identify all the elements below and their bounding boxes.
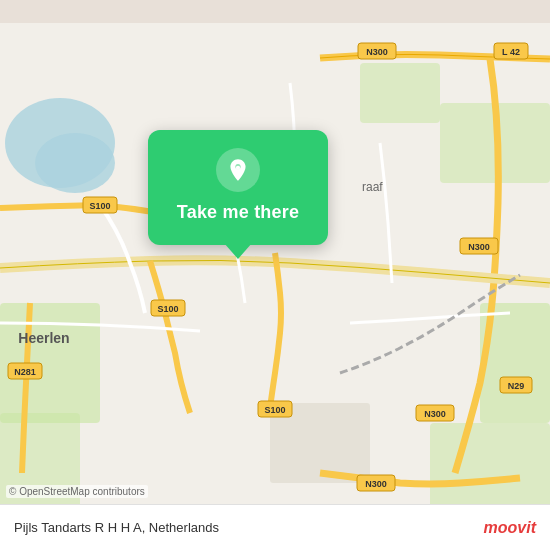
location-info: Pijls Tandarts R H H A, Netherlands (14, 520, 219, 535)
svg-text:S100: S100 (264, 405, 285, 415)
svg-text:raaf: raaf (362, 180, 383, 194)
svg-text:N300: N300 (365, 479, 387, 489)
moovit-logo: moovit (484, 519, 536, 537)
svg-text:L 42: L 42 (502, 47, 520, 57)
bottom-bar: Pijls Tandarts R H H A, Netherlands moov… (0, 504, 550, 550)
svg-text:S100: S100 (157, 304, 178, 314)
svg-text:N300: N300 (424, 409, 446, 419)
svg-text:N300: N300 (468, 242, 490, 252)
svg-text:Heerlen: Heerlen (18, 330, 69, 346)
svg-text:S100: S100 (89, 201, 110, 211)
svg-text:N29: N29 (508, 381, 525, 391)
take-me-there-button[interactable]: Take me there (148, 130, 328, 245)
location-pin-icon (216, 148, 260, 192)
moovit-logo-text: moovit (484, 519, 536, 537)
map-container: N300 L 42 N300 N300 N300 N29 S100 S100 S… (0, 0, 550, 550)
svg-rect-5 (360, 63, 440, 123)
popup-label: Take me there (177, 202, 299, 223)
svg-point-2 (35, 133, 115, 193)
map-svg: N300 L 42 N300 N300 N300 N29 S100 S100 S… (0, 0, 550, 550)
map-attribution: © OpenStreetMap contributors (6, 485, 148, 498)
svg-text:N281: N281 (14, 367, 36, 377)
svg-text:N300: N300 (366, 47, 388, 57)
